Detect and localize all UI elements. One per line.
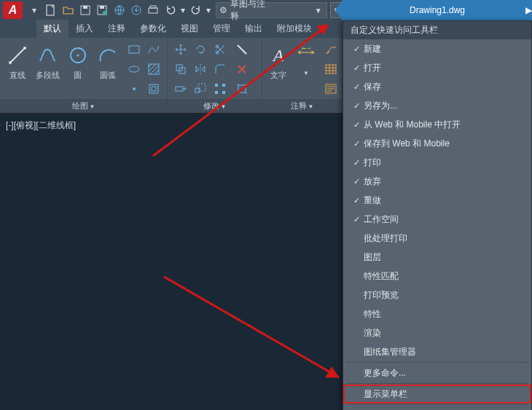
- menu-item-show-menubar[interactable]: 显示菜单栏: [343, 385, 531, 403]
- scale-icon[interactable]: [192, 80, 209, 98]
- menu-item-properties[interactable]: 特性: [343, 304, 531, 323]
- undo-dropdown-icon[interactable]: ▾: [179, 2, 187, 18]
- leader-icon[interactable]: [322, 41, 340, 58]
- menu-item-print[interactable]: ✓打印: [343, 153, 531, 172]
- file-name: Drawing1.dwg: [410, 5, 465, 15]
- menu-item-redo[interactable]: ✓重做: [343, 191, 531, 210]
- app-logo[interactable]: A: [3, 1, 23, 19]
- draw-small-tools: [125, 41, 163, 98]
- svg-rect-30: [238, 85, 246, 92]
- saveas-icon[interactable]: [95, 2, 110, 18]
- menu-item-show-below-ribbon[interactable]: 在功能区下方显示: [343, 406, 531, 410]
- text-button[interactable]: A 文字: [267, 41, 290, 81]
- polyline-button[interactable]: 多段线: [35, 41, 61, 81]
- svg-point-5: [103, 11, 107, 15]
- viewport-label[interactable]: [-][俯视][二维线框]: [6, 119, 76, 132]
- svg-rect-4: [100, 6, 104, 9]
- svg-point-11: [9, 61, 12, 64]
- open-icon[interactable]: [60, 2, 76, 18]
- redo-dropdown-icon[interactable]: ▾: [205, 2, 212, 18]
- svg-rect-33: [326, 65, 336, 74]
- save-icon[interactable]: [77, 2, 93, 18]
- svg-rect-9: [150, 6, 156, 8]
- workspace-dropdown[interactable]: ⚙ 草图与注释 ▼: [216, 2, 327, 18]
- menu-separator: [346, 383, 528, 384]
- menu-item-save-web[interactable]: ✓保存到 Web 和 Mobile: [343, 134, 531, 153]
- menu-item-morecommands[interactable]: 更多命令...: [343, 363, 531, 382]
- gear-icon: ⚙: [219, 5, 227, 15]
- menu-item-new[interactable]: ✓新建: [343, 39, 531, 58]
- tab-view[interactable]: 视图: [173, 20, 206, 38]
- tab-arrow-right-icon[interactable]: ▶: [525, 0, 532, 20]
- check-icon: ✓: [349, 215, 364, 224]
- hatch-icon[interactable]: [145, 60, 163, 78]
- menu-item-render[interactable]: 渲染: [343, 323, 531, 342]
- tab-default[interactable]: 默认: [36, 20, 69, 38]
- svg-rect-15: [129, 46, 139, 53]
- menu-item-sheetset[interactable]: 图纸集管理器: [343, 342, 531, 361]
- svg-point-18: [133, 87, 136, 90]
- menu-item-undo[interactable]: ✓放弃: [343, 172, 531, 191]
- tab-manage[interactable]: 管理: [206, 20, 238, 38]
- app-menu-arrow[interactable]: ▾: [26, 2, 42, 18]
- stretch-icon[interactable]: [172, 80, 189, 98]
- move-icon[interactable]: [172, 41, 189, 58]
- trim-icon[interactable]: [211, 41, 229, 58]
- new-icon[interactable]: [44, 2, 59, 18]
- tab-parametric[interactable]: 参数化: [133, 20, 173, 38]
- quick-access-toolbar: A ▾ ▾ ▾ ⚙ 草图与注释 ▼ ▼: [0, 0, 343, 20]
- array-icon[interactable]: [211, 80, 229, 98]
- mtext-icon[interactable]: [322, 80, 340, 98]
- title-file-tab[interactable]: Drawing1.dwg ▶: [343, 0, 532, 20]
- panel-draw-title[interactable]: 绘图▼: [0, 99, 167, 113]
- chevron-down-icon: ▼: [315, 7, 322, 15]
- tab-annotate[interactable]: 注释: [101, 20, 133, 38]
- erase-icon[interactable]: [233, 60, 251, 78]
- svg-rect-29: [222, 91, 225, 94]
- svg-point-12: [23, 47, 26, 50]
- menu-item-open-web[interactable]: ✓从 Web 和 Mobile 中打开: [343, 115, 531, 134]
- menu-item-batchplot[interactable]: 批处理打印: [343, 229, 531, 248]
- menu-item-workspace[interactable]: ✓工作空间: [343, 210, 531, 229]
- fillet-icon[interactable]: [211, 60, 229, 78]
- point-icon[interactable]: [125, 80, 143, 98]
- arc-button[interactable]: 圆弧: [95, 41, 122, 81]
- svg-rect-2: [83, 6, 87, 9]
- rotate-icon[interactable]: [192, 41, 209, 58]
- region-icon[interactable]: [145, 80, 163, 98]
- tab-output[interactable]: 输出: [238, 20, 270, 38]
- ellipse-icon[interactable]: [125, 60, 143, 78]
- dimension-button[interactable]: ⊢⊣ ▼: [294, 41, 318, 76]
- menu-item-layer[interactable]: 图层: [343, 248, 531, 267]
- menu-item-saveas[interactable]: ✓另存为...: [343, 96, 531, 115]
- check-icon: ✓: [349, 177, 364, 186]
- panel-annotation-title[interactable]: 注释▼: [262, 99, 342, 113]
- panel-draw: 直线 多段线 圆 圆弧 绘图▼: [0, 38, 168, 113]
- table-icon[interactable]: [322, 60, 340, 78]
- spline-icon[interactable]: [145, 41, 163, 58]
- menu-item-matchprop[interactable]: 特性匹配: [343, 267, 531, 285]
- plot-icon[interactable]: [146, 2, 161, 18]
- svg-text:A: A: [272, 46, 284, 65]
- circle-button[interactable]: 圆: [65, 41, 91, 81]
- panel-modify-title[interactable]: 修改▼: [168, 99, 262, 113]
- offset-icon[interactable]: [233, 41, 251, 58]
- menu-item-plotpreview[interactable]: 打印预览: [343, 285, 531, 304]
- copy-icon[interactable]: [172, 60, 189, 78]
- undo-icon[interactable]: [163, 2, 178, 18]
- line-button[interactable]: 直线: [4, 41, 31, 81]
- menu-item-open[interactable]: ✓打开: [343, 58, 531, 77]
- check-icon: ✓: [349, 44, 364, 54]
- tab-addins[interactable]: 附加模块: [270, 20, 319, 38]
- menu-item-save[interactable]: ✓保存: [343, 77, 531, 96]
- rectangle-icon[interactable]: [125, 41, 143, 58]
- tab-insert[interactable]: 插入: [69, 20, 101, 38]
- open-web-icon[interactable]: [112, 2, 127, 18]
- check-icon: ✓: [349, 82, 364, 92]
- mirror-icon[interactable]: [192, 60, 209, 78]
- explode-icon[interactable]: [233, 80, 251, 98]
- redo-icon[interactable]: [188, 2, 203, 18]
- qat-customize-menu: 自定义快速访问工具栏 ✓新建 ✓打开 ✓保存 ✓另存为... ✓从 Web 和 …: [343, 20, 532, 410]
- circle-icon: [66, 44, 90, 67]
- save-web-icon[interactable]: [128, 2, 144, 18]
